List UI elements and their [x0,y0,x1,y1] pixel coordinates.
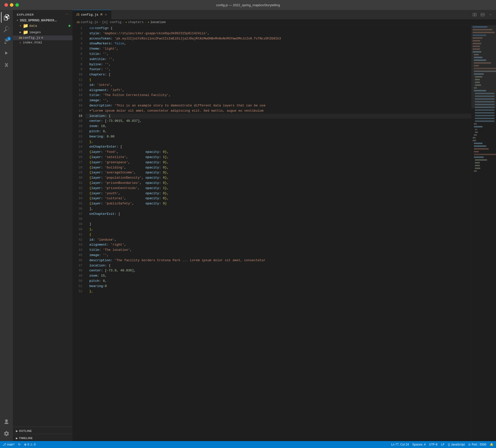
svg-rect-1 [475,13,476,16]
explorer-label: EXPLORER [17,13,34,16]
branch-name: main* [7,443,15,446]
layout-button[interactable] [479,11,486,18]
ln-44: 44 [72,248,82,253]
warning-count: 0 [34,443,35,446]
tree-item-data[interactable]: ▾ 📁 data [13,23,72,29]
activity-settings[interactable] [1,428,12,439]
ln-26: 26 [72,155,82,160]
breadcrumb-location[interactable]: location [150,20,166,24]
window-controls[interactable] [4,3,19,7]
activity-search[interactable] [1,24,12,35]
ln-17: 17 [72,108,82,114]
maximize-button[interactable] [15,3,19,7]
ln-28: 28 [72,165,82,170]
ln-27: 27 [72,160,82,165]
status-language[interactable]: () JavaScript [448,443,465,446]
minimize-button[interactable] [10,3,13,7]
tree-item-images[interactable]: ▶ 📁 images [13,29,72,35]
breadcrumb-config[interactable]: [o] config [102,20,121,24]
code-line-32: {layer: 'prisonCentroids', opacity: 1}, [85,186,471,191]
timeline-chevron-icon: ▶ [16,437,18,440]
tab-close-button[interactable]: × [104,13,108,17]
code-line-4: showMarkers: false, [85,41,471,46]
sync-icon: ↻ [18,443,21,446]
code-line-39: ] [85,222,471,227]
code-line-17: +"Lorem ipsum dolor sit amet, consectetu… [85,108,471,114]
status-position[interactable]: Ln 77, Col 24 [391,443,409,446]
status-notification[interactable]: 🔔 [490,443,494,446]
modified-dot [68,25,70,27]
breadcrumb-chapters-icon: ✦ [125,20,127,24]
svg-rect-52 [474,157,484,158]
data-folder-icon: 📁 [23,23,28,29]
breadcrumb-sep-1: › [99,20,101,24]
svg-rect-37 [475,115,495,116]
more-actions-button[interactable]: ⋯ [487,11,494,18]
status-spaces[interactable]: Spaces: 4 [412,443,426,446]
minimap[interactable] [471,25,496,441]
ln-6: 6 [72,52,82,57]
breadcrumb-chapters[interactable]: chapters [128,20,143,24]
activity-source-control[interactable]: 3 [1,36,12,47]
tab-js-icon: JS [76,13,79,17]
split-editor-button[interactable] [471,11,478,18]
code-line-12: id: 'intro', [85,83,471,88]
ln-38: 38 [72,217,82,222]
code-line-19: center: [-73.9015, 40.837], [85,119,471,124]
tree-item-config-js[interactable]: JS config.js M [13,35,72,40]
ln-47: 47 [72,263,82,268]
error-count: 0 [28,443,29,446]
ln-4: 4 [72,41,82,46]
outline-header[interactable]: ▶ OUTLINE [14,428,72,433]
svg-rect-2 [481,13,484,14]
tab-config-js[interactable]: JS config.js M × [72,10,111,19]
window-title: config.js — 2022_spring_mapboxStorytelli… [216,3,280,7]
code-line-35: {layer: 'publicSafety', opacity: 0} [85,201,471,206]
code-line-26: {layer: 'satellite', opacity: 1}, [85,155,471,160]
eol-text: LF [441,443,444,446]
svg-rect-58 [471,25,496,108]
status-errors[interactable]: ⊗ 0 ⚠ 0 [24,443,35,446]
status-port[interactable]: ⊙ Port : 5500 [468,443,486,446]
code-line-52: }, [85,289,471,294]
activity-extensions[interactable] [1,60,12,70]
activity-run[interactable] [1,48,12,59]
ln-51: 51 [72,284,82,289]
code-line-2: style: 'mapbox://styles/c4sr-gsapp/ckze8… [85,31,471,36]
ln-22: 22 [72,134,82,139]
svg-rect-42 [475,129,477,130]
titlebar: config.js — 2022_spring_mapboxStorytelli… [0,0,496,10]
breadcrumb-location-icon: ✦ [148,20,149,24]
timeline-header[interactable]: ▶ TIMELINE [14,436,72,441]
images-folder-label: images [29,31,41,34]
svg-rect-35 [475,109,495,111]
ln-49: 49 [72,273,82,279]
code-line-49: zoom: 15, [85,273,471,279]
breadcrumb-file[interactable]: config.js [81,20,98,24]
code-line-28: {layer: 'building', opacity: 0 }, [85,165,471,170]
status-sync[interactable]: ↻ [18,443,21,446]
ln-43: 43 [72,242,82,248]
svg-rect-50 [474,151,479,153]
status-left: ⎇ main* ↻ ⊗ 0 ⚠ 0 [2,443,35,446]
index-html-label: index.html [23,41,42,44]
ln-34: 34 [72,196,82,201]
tree-item-index-html[interactable]: ◇ index.html [13,40,72,45]
breadcrumb-sep-2: › [122,20,124,24]
code-line-23: }, [85,139,471,145]
status-eol[interactable]: LF [441,443,444,446]
ln-41: 41 [72,232,82,237]
close-button[interactable] [4,3,8,7]
status-branch[interactable]: ⎇ main* [2,443,15,446]
code-line-10: chapters: [ [85,72,471,77]
config-js-label: config.js [23,36,40,40]
status-encoding[interactable]: UTF-8 [429,443,437,446]
ln-10: 10 [72,72,82,77]
activity-explorer[interactable] [1,12,12,23]
activity-account[interactable] [1,416,12,427]
svg-rect-38 [475,118,495,119]
code-editor[interactable]: var config = { style: 'mapbox://styles/c… [85,25,471,441]
code-line-46: description: 'The facility borders Croto… [85,258,471,263]
tree-root-folder[interactable]: ▾ 2022_SPRING_MAPBOX... [13,18,72,23]
explorer-actions[interactable]: ⋯ [66,13,68,16]
